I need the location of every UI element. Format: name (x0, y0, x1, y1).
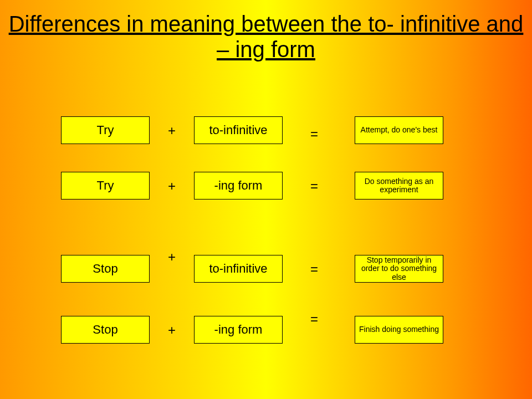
meaning-box-4: Finish doing something (355, 316, 443, 344)
plus-2: + (168, 178, 176, 194)
verb-box-2: Try (61, 172, 150, 200)
verb-box-1: Try (61, 116, 150, 144)
equals-3: = (310, 262, 318, 277)
plus-1: + (168, 123, 176, 139)
equals-1: = (310, 126, 318, 142)
meaning-box-1: Attempt, do one's best (355, 116, 443, 144)
form-box-3: to-infinitive (194, 255, 283, 283)
form-box-1: to-infinitive (194, 116, 283, 144)
plus-3: + (168, 249, 176, 265)
equals-2: = (310, 178, 318, 194)
form-box-2: -ing form (194, 172, 283, 200)
verb-box-4: Stop (61, 316, 150, 344)
equals-4: = (310, 311, 318, 327)
plus-4: + (168, 323, 176, 338)
slide-title: Differences in meaning between the to- i… (0, 11, 532, 62)
meaning-box-2: Do something as an experiment (355, 172, 443, 200)
meaning-box-3: Stop temporarily in order to do somethin… (355, 255, 443, 283)
form-box-4: -ing form (194, 316, 283, 344)
verb-box-3: Stop (61, 255, 150, 283)
